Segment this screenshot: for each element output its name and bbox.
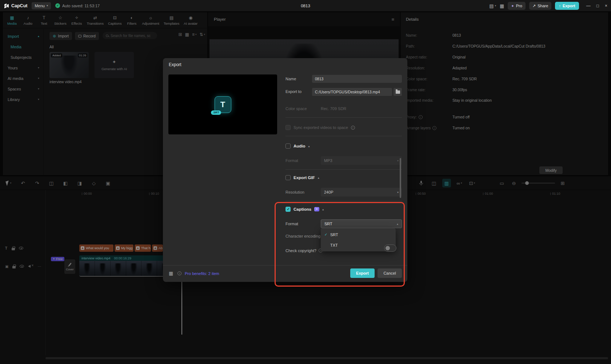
export-gif-checkbox[interactable] [285,175,291,180]
chevron-down-icon: ▾ [397,191,399,194]
pro-gem-icon: ✦ [511,4,514,8]
gif-resolution-dropdown[interactable]: 240P▾ [321,188,402,197]
upload-icon: ↑ [559,4,561,8]
divider [285,201,402,201]
sync-to-space-row: Sync exported videos to space i [285,125,355,130]
layout-switch-icon[interactable]: ▤▾ [489,3,496,9]
sync-checkbox[interactable] [285,125,291,130]
autosave-check-icon: ✓ [55,3,60,8]
color-space-label: Color space [285,106,307,111]
color-space-value: Rec. 709 SDR [321,106,346,111]
autosave-status: ✓ Auto saved: 11:53:17 [55,3,100,8]
divider [285,136,402,136]
capcut-app: CapCut Menu▾ ✓ Auto saved: 11:53:17 0813… [0,0,611,364]
pro-badge[interactable]: ✦Pro [508,2,526,10]
audio-format-dropdown[interactable]: MP3▾ [321,156,402,165]
collapse-icon[interactable]: ▴ [308,145,310,148]
share-icon: ↗ [532,4,536,8]
maximize-button[interactable]: □ [596,3,599,8]
export-name-input[interactable] [312,75,402,83]
browse-folder-button[interactable] [394,88,402,96]
chevron-down-icon: ▾ [495,4,496,7]
export-button-titlebar[interactable]: ↑Export [555,2,579,10]
chevron-down-icon: ▾ [397,159,399,162]
preview-toggle-icon[interactable]: ▦ [169,271,173,276]
app-name: CapCut [11,3,27,8]
export-preview: T .SRT [168,74,277,134]
divider [285,117,402,118]
dialog-scrollbar[interactable] [400,158,401,198]
info-icon[interactable]: i [351,126,355,130]
name-label: Name [285,77,296,81]
collapse-icon[interactable]: ▴ [318,176,319,179]
audio-section-row: Audio ▴ [285,143,310,149]
panel-layout-icon[interactable]: ▦ [500,3,504,9]
titlebar: CapCut Menu▾ ✓ Auto saved: 11:53:17 0813… [0,0,611,12]
chevron-down-icon: ▾ [47,4,48,7]
audio-format-label: Format [285,158,298,163]
pro-benefits-link[interactable]: Pro benefits: 2 item [185,271,219,276]
menu-button[interactable]: Menu▾ [32,2,51,9]
gif-section-row: Export GIF ▴ [285,175,319,181]
capcut-logo: CapCut [4,3,27,9]
share-button[interactable]: ↗Share [529,2,552,10]
project-title: 0813 [301,0,310,12]
audio-checkbox[interactable] [285,143,291,149]
divider [285,169,402,170]
annotation-highlight-box [275,202,405,287]
dialog-title: Export [169,62,181,67]
folder-icon [396,90,400,94]
srt-badge: .SRT [211,110,221,115]
export-to-label: Export to [285,89,301,94]
info-icon[interactable]: i [177,271,181,275]
minimize-button[interactable]: — [586,3,591,8]
export-path-input[interactable] [312,88,392,96]
srt-file-icon: T .SRT [215,96,231,113]
gif-resolution-label: Resolution [285,190,304,194]
capcut-logo-icon [4,3,9,9]
close-button[interactable]: × [605,3,607,8]
